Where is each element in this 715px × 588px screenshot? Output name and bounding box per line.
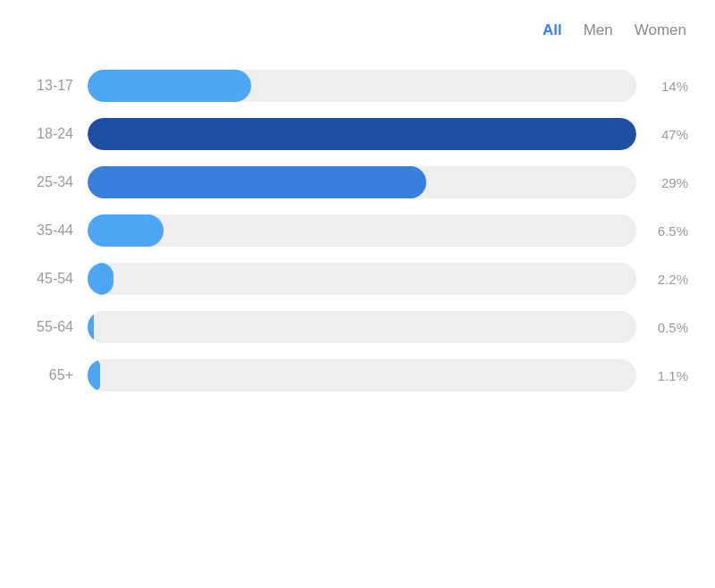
age-range-label: 18-24	[27, 126, 73, 142]
age-range-label: 65+	[27, 367, 73, 383]
percentage-label: 6.5%	[651, 223, 688, 239]
age-range-label: 25-34	[27, 174, 73, 190]
age-range-widget: AllMenWomen 13-1714%18-2447%25-3429%35-4…	[27, 18, 688, 391]
age-range-label: 13-17	[27, 78, 73, 94]
filter-tab-women[interactable]: Women	[633, 18, 688, 43]
bar-track	[88, 359, 636, 391]
filter-tab-men[interactable]: Men	[582, 18, 615, 43]
bar-fill	[88, 311, 94, 343]
bar-track	[88, 166, 636, 198]
chart-row: 25-3429%	[27, 166, 688, 198]
chart-header: AllMenWomen	[27, 18, 688, 43]
bar-fill	[88, 263, 114, 295]
filter-tabs: AllMenWomen	[541, 18, 688, 43]
filter-tab-all[interactable]: All	[541, 18, 564, 43]
bar-track	[88, 214, 636, 247]
age-range-label: 35-44	[27, 223, 73, 239]
percentage-label: 47%	[651, 127, 688, 142]
bar-track	[88, 311, 636, 343]
chart-row: 45-542.2%	[27, 263, 688, 295]
percentage-label: 0.5%	[651, 320, 688, 335]
percentage-label: 29%	[651, 175, 688, 190]
age-range-label: 55-64	[27, 319, 73, 335]
chart-row: 55-640.5%	[27, 311, 688, 343]
chart-row: 18-2447%	[27, 118, 688, 150]
chart-row: 13-1714%	[27, 70, 688, 102]
bar-fill	[88, 166, 426, 198]
percentage-label: 14%	[651, 79, 688, 94]
bar-fill	[88, 70, 251, 102]
bar-fill	[88, 214, 164, 247]
bar-track	[88, 118, 636, 150]
percentage-label: 1.1%	[651, 368, 688, 383]
bar-track	[88, 263, 636, 295]
chart-row: 35-446.5%	[27, 214, 688, 247]
chart-rows: 13-1714%18-2447%25-3429%35-446.5%45-542.…	[27, 70, 688, 391]
bar-track	[88, 70, 636, 102]
bar-fill	[88, 118, 636, 150]
bar-fill	[88, 359, 100, 391]
age-range-label: 45-54	[27, 271, 73, 287]
chart-row: 65+1.1%	[27, 359, 688, 391]
percentage-label: 2.2%	[651, 272, 688, 287]
